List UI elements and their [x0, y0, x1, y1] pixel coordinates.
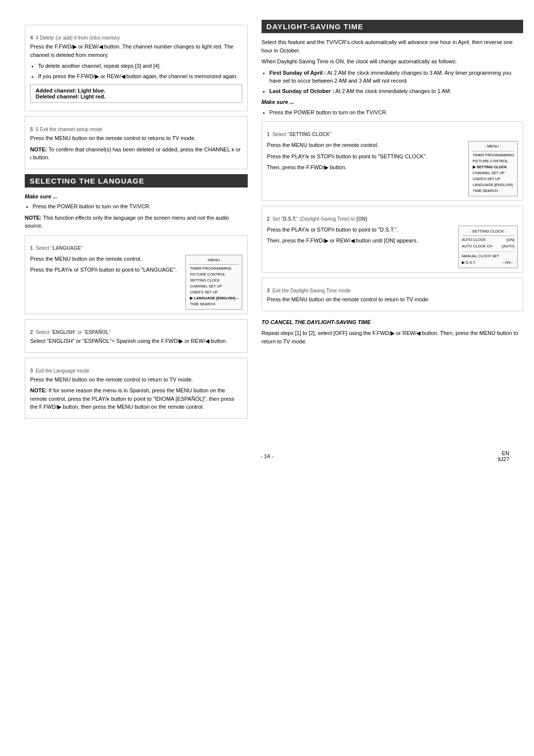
setting-row-4: ▶ D.S.T. →ON← [462, 260, 514, 266]
dst-menu-title: - MENU - [472, 143, 514, 151]
step4-bullets: To delete another channel, repeat steps … [38, 62, 242, 80]
daylight-saving-header: DAYLIGHT-SAVING TIME [262, 20, 523, 33]
step4-bullet2: If you press the F.FWD/▶ or REW/◀ button… [38, 72, 242, 81]
page-footer: - 14 - EN 9J27 [25, 453, 509, 459]
dst-make-sure-bullet1: Press the POWER button to turn on the TV… [269, 108, 523, 117]
cancel-dst-text: Repeat steps [1] to [2], select [OFF] us… [262, 329, 523, 345]
dst-step2-header: 2 Set "D.S.T." (Daylight-Saving Time) to… [267, 216, 518, 222]
make-sure-bullets: Press the POWER button to turn on the TV… [33, 202, 248, 211]
setting-row-1: AUTO CLOCK [ON] [462, 237, 514, 243]
step4-number: 4 [30, 35, 33, 41]
lang-step3-section: 3 Exit the Language mode Press the MENU … [25, 358, 248, 419]
setting-divider [462, 251, 514, 252]
setting-value-2: [AUTO] [502, 243, 514, 250]
dst-menu-item-1: TIMER PROGRAMMING [472, 152, 514, 158]
setting-label-3: MANUAL CLOCK SET [462, 253, 499, 260]
dst-step1-p2: Press the PLAY/κ or STOP/ι button to poi… [267, 152, 463, 161]
step5-number: 5 [30, 127, 33, 132]
menu-item-6: LANGUAGE [ENGLISH] -- [189, 295, 239, 301]
dst-bullet1-label: First Sunday of April : [269, 70, 326, 76]
setting-label-4: ▶ D.S.T. [462, 260, 476, 266]
step4-section: 4 4 Delete (or add) it from (into) memor… [25, 25, 248, 111]
lang-step1-row: Press the MENU button on the remote cont… [30, 255, 242, 310]
step4-bullet1: To delete another channel, repeat steps … [38, 62, 242, 70]
lang-step1-p1: Press the MENU button on the remote cont… [30, 255, 180, 263]
dst-step1-row: Press the MENU button on the remote cont… [267, 141, 518, 196]
cancel-dst-header: TO CANCEL THE DAYLIGHT-SAVING TIME [262, 318, 523, 327]
lang-step2-header: 2 Select "ENGLISH" or "ESPAÑOL" [30, 330, 242, 335]
dst-menu-item-7: TIME SEARCH [472, 188, 514, 194]
dst-step1-p3: Then, press the F.FWD/▶ button. [267, 163, 463, 172]
dst-step2-row: Press the PLAY/κ or STOP/ι button to poi… [267, 226, 518, 269]
dst-make-sure-label: Make sure ... [262, 98, 523, 106]
channel-color-box: Added channel: Light blue. Deleted chann… [30, 84, 242, 103]
dst-menu-item-5: USER'S SET UP [472, 176, 514, 182]
dst-menu-item-3: SETTING CLOCK [472, 164, 514, 170]
step5-section: 5 5 Exit the channel setup mode Press th… [25, 116, 248, 169]
dst-step1-text: Press the MENU button on the remote cont… [267, 141, 463, 175]
dst-bullets: First Sunday of April : At 2 AM the cloc… [269, 69, 523, 95]
lang-step1-text: Press the MENU button on the remote cont… [30, 255, 180, 277]
menu-item-7: TIME SEARCH [189, 301, 239, 307]
dst-menu-item-2: PICTURE CONTROL [472, 158, 514, 164]
deleted-channel: Deleted channel: Light red. [36, 94, 237, 99]
dst-step2-text: Press the PLAY/κ or STOP/ι button to poi… [267, 226, 453, 248]
dst-step1-menu: - MENU - TIMER PROGRAMMING PICTURE CONTR… [468, 141, 518, 196]
setting-label-1: AUTO CLOCK [462, 237, 486, 243]
step4-p1: Press the F.FWD/▶ or REW/◀ button. The c… [30, 43, 242, 59]
dst-menu-item-4: CHANNEL SET UP [472, 170, 514, 176]
dst-bullet2: Last Sunday of October : At 2 AM the clo… [269, 87, 523, 95]
dst-bullet2-text: At 2 AM the clock immediately changes to… [334, 88, 451, 94]
dst-step2-setting: - SETTING CLOCK - AUTO CLOCK [ON] AUTO C… [458, 226, 518, 269]
dst-step2-p2: Then, press the F.FWD/▶ or REW/◀ button … [267, 236, 453, 245]
lang-step3-header: 3 Exit the Language mode [30, 368, 242, 374]
lang-step3-note: NOTE: If for some reason the menu is in … [30, 386, 242, 411]
dst-menu-item-6: LANGUAGE [ENGLISH] [472, 182, 514, 188]
make-sure-label: Make sure ... [25, 192, 248, 201]
lang-step3-p1: Press the MENU button on the remote cont… [30, 376, 242, 384]
lang-step2-section: 2 Select "ENGLISH" or "ESPAÑOL" Select "… [25, 319, 248, 353]
right-column: DAYLIGHT-SAVING TIME Select this feature… [262, 20, 523, 424]
dst-bullet2-label: Last Sunday of October : [269, 88, 334, 94]
setting-title: - SETTING CLOCK - [462, 228, 514, 236]
dst-step2-p1: Press the PLAY/κ or STOP/ι button to poi… [267, 226, 453, 234]
setting-row-3: MANUAL CLOCK SET [462, 253, 514, 260]
dst-make-sure-bullets: Press the POWER button to turn on the TV… [269, 108, 523, 117]
menu-item-4: CHANNEL SET UP [189, 284, 239, 289]
setting-value-4: →ON← [501, 260, 514, 266]
selecting-language-header: SELECTING THE LANGUAGE [25, 174, 248, 188]
lang-step1-section: 1 Select "LANGUAGE" Press the MENU butto… [25, 235, 248, 315]
page-code-num: 9J27 [497, 456, 509, 462]
setting-value-1: [ON] [507, 237, 514, 243]
language-note: NOTE: This function effects only the lan… [25, 214, 248, 230]
dst-step1-header: 1 Select "SETTING CLOCK" [267, 132, 518, 137]
menu-item-2: PICTURE CONTROL [189, 272, 239, 278]
setting-row-2: AUTO CLOCK CH [AUTO] [462, 243, 514, 250]
lang-step1-menu: - MENU - TIMER PROGRAMMING PICTURE CONTR… [185, 255, 242, 310]
page-code-en: EN [497, 450, 509, 456]
dst-step3-header: 3 Exit the Daylight-Saving Time mode [267, 288, 518, 293]
step5-note: NOTE: To confirm that channel(s) has bee… [30, 145, 242, 162]
menu-item-1: TIMER PROGRAMMING [189, 266, 239, 272]
dst-step3-p1: Press the MENU button on the remote cont… [267, 295, 518, 304]
menu-title: - MENU - [189, 257, 239, 265]
dst-step1-p1: Press the MENU button on the remote cont… [267, 141, 463, 149]
dst-step1-section: 1 Select "SETTING CLOCK" Press the MENU … [262, 121, 523, 201]
page-layout: 4 4 Delete (or add) it from (into) memor… [25, 20, 509, 424]
step5-p1: Press the MENU button on the remote cont… [30, 134, 242, 142]
dst-p2: When Daylight-Saving Time is ON, the clo… [262, 57, 523, 66]
lang-step2-p1: Select "ENGLISH" or "ESPAÑOL"= Spanish u… [30, 337, 242, 345]
dst-bullet1: First Sunday of April : At 2 AM the cloc… [269, 69, 523, 85]
dst-intro: Select this feature and the TV/VCR's clo… [262, 38, 523, 54]
step5-header: 5 5 Exit the channel setup mode [30, 127, 242, 132]
left-column: 4 4 Delete (or add) it from (into) memor… [25, 20, 248, 424]
step4-header: 4 4 Delete (or add) it from (into) memor… [30, 35, 242, 41]
dst-step3-section: 3 Exit the Daylight-Saving Time mode Pre… [262, 278, 523, 311]
page-code: EN 9J27 [497, 450, 509, 462]
menu-item-5: USER'S SET UP [189, 289, 239, 295]
lang-step1-p2: Press the PLAY/κ or STOP/ι button to poi… [30, 266, 180, 274]
menu-item-3: SETTING CLOCK [189, 278, 239, 284]
added-channel: Added channel: Light blue. [36, 88, 237, 94]
lang-step1-header: 1 Select "LANGUAGE" [30, 245, 242, 251]
page-number: - 14 - [25, 453, 509, 459]
